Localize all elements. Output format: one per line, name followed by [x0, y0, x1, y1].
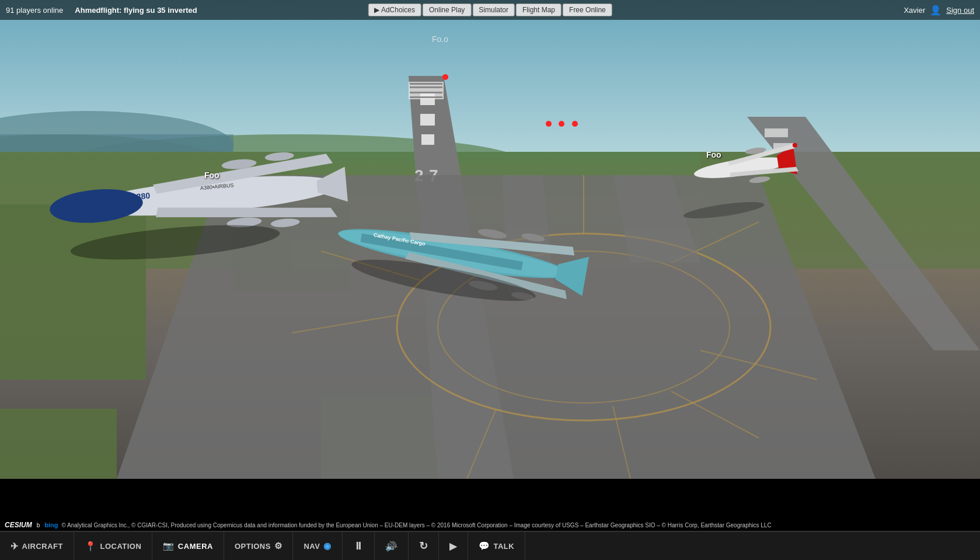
flight-status: Ahmedflight: flying su 35 inverted [69, 6, 203, 15]
tab-simulator[interactable]: Simulator [472, 4, 515, 16]
svg-point-50 [226, 216, 262, 228]
svg-marker-57 [409, 218, 576, 268]
user-area: Xavier 👤 Sign out [898, 0, 980, 20]
toolbar-pause[interactable]: ⏸ [343, 532, 375, 560]
svg-marker-58 [403, 252, 570, 299]
play-icon: ▶ [449, 541, 457, 552]
svg-marker-52 [316, 166, 348, 204]
svg-point-61 [468, 279, 498, 292]
svg-rect-9 [700, 152, 980, 269]
nav-icon: ◉ [323, 541, 332, 551]
svg-line-28 [671, 222, 759, 263]
adchoices-tab[interactable]: ▶ AdChoices [368, 4, 421, 16]
svg-rect-64 [361, 234, 523, 270]
sound-icon: 🔊 [385, 541, 397, 552]
tab-online-play[interactable]: Online Play [423, 4, 471, 16]
bing-logo: bing [44, 521, 58, 528]
aircraft-label: AIRCRAFT [22, 542, 63, 551]
username-display: Xavier [904, 6, 925, 15]
svg-marker-36 [613, 175, 700, 263]
svg-line-31 [613, 406, 630, 479]
toolbar-play[interactable]: ▶ [439, 532, 468, 560]
svg-text:A380•AIRBUS: A380•AIRBUS [200, 182, 233, 191]
attribution-bar: CESIUM b bing © Analytical Graphics Inc.… [0, 519, 980, 531]
svg-line-34 [321, 251, 420, 280]
svg-point-25 [397, 234, 770, 420]
svg-text:2: 2 [414, 166, 424, 185]
adchoices-label: ▶ AdChoices [374, 6, 415, 14]
tab-online-play-label: Online Play [429, 6, 465, 14]
svg-rect-7 [0, 152, 292, 269]
svg-text:7: 7 [429, 166, 438, 185]
nav-label: NAV [304, 542, 320, 551]
svg-point-45 [48, 186, 144, 227]
signout-button[interactable]: Sign out [946, 6, 974, 15]
tab-free-online[interactable]: Free Online [563, 4, 612, 16]
refresh-icon: ↻ [419, 540, 428, 552]
toolbar-sound[interactable]: 🔊 [375, 532, 409, 560]
talk-label: TALK [493, 542, 514, 551]
svg-point-26 [438, 251, 730, 403]
tab-free-online-label: Free Online [569, 6, 606, 14]
svg-line-29 [700, 350, 817, 380]
svg-text:Cathay Pacific Cargo: Cathay Pacific Cargo [373, 232, 426, 247]
toolbar-aircraft[interactable]: ✈ AIRCRAFT [0, 532, 74, 560]
bing-icon: b [37, 522, 40, 528]
bottom-toolbar: ✈ AIRCRAFT 📍 LOCATION 📷 CAMERA OPTIONS ⚙… [0, 531, 980, 560]
svg-marker-47 [155, 192, 338, 233]
svg-point-51 [270, 218, 300, 228]
flight-user: Ahmedflight: [75, 6, 121, 15]
svg-point-59 [477, 227, 508, 240]
svg-rect-8 [0, 204, 146, 380]
toolbar-options[interactable]: OPTIONS ⚙ [224, 532, 294, 560]
tab-flight-map[interactable]: Flight Map [516, 4, 562, 16]
svg-point-56 [336, 222, 570, 286]
tab-flight-map-label: Flight Map [522, 6, 555, 14]
svg-point-55 [336, 220, 570, 288]
svg-point-71 [749, 175, 770, 184]
svg-rect-10 [233, 204, 350, 292]
svg-point-60 [521, 232, 545, 243]
svg-text:A380: A380 [130, 191, 151, 202]
aircraft-icon: ✈ [11, 541, 19, 552]
toolbar-camera[interactable]: 📷 CAMERA [152, 532, 224, 560]
players-online-count: 91 players online [0, 6, 69, 15]
location-label: LOCATION [100, 542, 141, 551]
svg-point-44 [83, 168, 342, 223]
svg-rect-11 [321, 397, 467, 479]
svg-marker-63 [553, 252, 589, 296]
sky-background [0, 0, 980, 168]
attribution-text: © Analytical Graphics Inc., © CGIAR-CSI,… [61, 522, 771, 528]
svg-rect-12 [0, 409, 117, 479]
camera-label: CAMERA [178, 542, 213, 551]
svg-point-62 [511, 291, 535, 302]
flight-viewport: 2 7 [0, 0, 980, 479]
center-nav: ▶ AdChoices Online Play Simulator Flight… [367, 0, 613, 20]
svg-marker-24 [117, 175, 876, 479]
user-icon: 👤 [930, 5, 941, 16]
svg-marker-35 [502, 175, 554, 292]
talk-icon: 💬 [479, 541, 490, 551]
toolbar-nav[interactable]: NAV ◉ [293, 532, 342, 560]
pause-icon: ⏸ [353, 540, 364, 552]
cesium-logo: CESIUM [5, 521, 32, 529]
toolbar-refresh[interactable]: ↻ [409, 532, 440, 560]
svg-line-33 [292, 315, 397, 333]
toolbar-location[interactable]: 📍 LOCATION [74, 532, 152, 560]
tab-simulator-label: Simulator [479, 6, 508, 14]
svg-point-78 [682, 199, 765, 221]
svg-line-30 [467, 409, 496, 479]
gear-icon: ⚙ [274, 541, 283, 551]
toolbar-talk[interactable]: 💬 TALK [468, 532, 525, 560]
svg-rect-6 [0, 152, 980, 479]
flight-action: flying su 35 inverted [124, 6, 197, 15]
options-label: OPTIONS [235, 542, 271, 551]
svg-line-32 [671, 391, 759, 438]
location-icon: 📍 [85, 541, 97, 552]
camera-icon: 📷 [163, 541, 175, 551]
svg-point-76 [69, 218, 281, 266]
svg-point-77 [350, 252, 538, 309]
svg-text:Foo: Foo [204, 171, 219, 180]
